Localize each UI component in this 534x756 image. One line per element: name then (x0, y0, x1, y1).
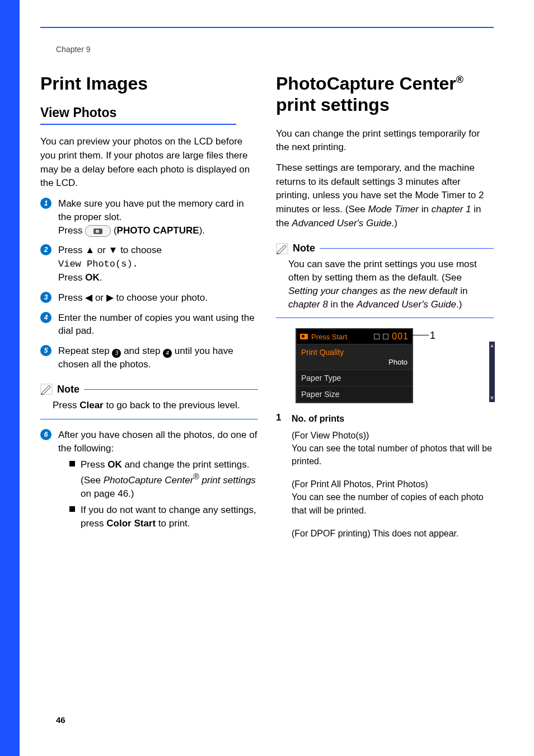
text: You can see the total number of photos t… (292, 442, 494, 468)
intro-paragraph: You can preview your photos on the LCD b… (40, 135, 258, 190)
square-bullet-icon (69, 506, 75, 512)
text: You can see the number of copies of each… (292, 491, 494, 516)
text: to choose (118, 245, 161, 255)
lcd-row-selected: Print Quality Photo (297, 344, 412, 370)
text: Make sure you have put the memory card i… (58, 198, 244, 222)
down-arrow-icon: ▼ (109, 245, 118, 255)
up-arrow-icon: ▲ (85, 245, 95, 255)
side-accent (0, 0, 20, 756)
page-content: Print Images View Photos You can preview… (40, 73, 494, 706)
text: and step (121, 346, 163, 356)
paragraph: These settings are temporary, and the ma… (276, 161, 494, 230)
text: chapter 8 (288, 299, 328, 310)
lcd-row: Paper Size (297, 386, 412, 402)
lcd-scrollbar: ▲ ▼ (489, 342, 495, 402)
step-body: Press ▲ or ▼ to choose View Photo(s). Pr… (58, 244, 258, 284)
text: Press (58, 292, 85, 303)
step-number-icon: 2 (40, 244, 51, 255)
lcd-screen: Press Start 001 Print Quality Photo Pape… (296, 328, 413, 403)
thumb-icon (383, 334, 388, 339)
step-number-icon: 3 (40, 292, 51, 303)
text: to choose your photo. (114, 292, 208, 303)
text: print settings (276, 95, 390, 115)
note-body: Press Clear to go back to the previous l… (40, 399, 258, 412)
paragraph: You can change the print settings tempor… (276, 127, 494, 155)
text: in (419, 204, 432, 214)
text: in (457, 286, 467, 296)
text: Mode Timer (368, 204, 419, 214)
step-number-icon: 5 (40, 345, 51, 356)
bullet-body: If you do not want to change any setting… (81, 503, 258, 530)
lcd-counter: 001 (392, 332, 409, 342)
bullet-body: Press OK and change the print settings. … (81, 458, 258, 500)
text: Repeat step (58, 346, 112, 356)
note-end-rule (40, 419, 258, 419)
color-start-label: Color Start (106, 518, 156, 529)
text: to go back to the previous level. (104, 400, 240, 410)
legend-body: No. of prints (For View Photo(s)) You ca… (292, 412, 494, 540)
legend-number: 1 (276, 412, 286, 540)
step-4: 4 Enter the number of copies you want us… (40, 311, 258, 338)
note-end-rule (276, 318, 494, 318)
page-number: 46 (56, 715, 65, 725)
callout-number: 1 (430, 330, 435, 342)
lcd-row-value: Photo (388, 358, 407, 366)
legend-title: No. of prints (292, 414, 344, 423)
step-6: 6 After you have chosen all the photos, … (40, 428, 258, 534)
square-bullet-icon (69, 461, 75, 466)
step-2: 2 Press ▲ or ▼ to choose View Photo(s). … (40, 244, 258, 284)
right-column: PhotoCapture Center® print settings You … (276, 73, 494, 706)
text: ). (199, 225, 205, 236)
left-column: Print Images View Photos You can preview… (40, 73, 258, 706)
heading-print-images: Print Images (40, 73, 258, 94)
text: Advanced User's Guide (357, 299, 456, 310)
note-rule (84, 389, 258, 390)
heading-view-photos: View Photos (40, 105, 258, 120)
step-5: 5 Repeat step 3 and step 4 until you hav… (40, 344, 258, 371)
text: or (95, 245, 109, 255)
text: .) (391, 218, 397, 228)
lcd-row-label: Print Quality (301, 348, 407, 357)
ref-4-icon: 4 (163, 349, 172, 358)
note-rule (320, 248, 494, 249)
note-header: Note (40, 384, 258, 395)
text: PhotoCapture Center (276, 73, 456, 94)
left-arrow-icon: ◀ (85, 292, 92, 303)
note-icon (40, 384, 53, 395)
down-arrow-icon: ▼ (489, 395, 495, 401)
right-arrow-icon: ▶ (106, 292, 114, 303)
step-1: 1 Make sure you have put the memory card… (40, 197, 258, 237)
text: Press (53, 400, 79, 410)
step-body: Make sure you have put the memory card i… (58, 197, 258, 237)
label: PHOTO CAPTURE (117, 225, 199, 236)
step-number-icon: 4 (40, 312, 51, 323)
text: to print. (156, 518, 190, 529)
up-arrow-icon: ▲ (489, 343, 495, 348)
text: Press (58, 272, 85, 283)
text: (For Print All Photos, Print Photos) (292, 478, 494, 491)
svg-rect-0 (41, 384, 52, 394)
svg-rect-1 (277, 244, 288, 254)
text: Setting your changes as the new default (288, 286, 457, 296)
text: . (100, 272, 102, 283)
text: After you have chosen all the photos, do… (58, 430, 257, 454)
step-number-icon: 1 (40, 198, 51, 209)
photo-capture-key-icon (85, 225, 111, 237)
camera-icon (300, 334, 308, 339)
text: on page 46.) (81, 488, 134, 499)
heading-photocapture-settings: PhotoCapture Center® print settings (276, 73, 494, 116)
top-rule (40, 27, 494, 28)
text: or (92, 292, 106, 303)
step-body: Enter the number of copies you want usin… (58, 311, 258, 338)
lcd-illustration: Press Start 001 Print Quality Photo Pape… (296, 328, 494, 403)
note-header: Note (276, 242, 494, 254)
lcd-title: Press Start (311, 333, 347, 341)
text: Press (81, 459, 107, 470)
step-body: Repeat step 3 and step 4 until you have … (58, 344, 258, 371)
clear-label: Clear (79, 400, 104, 410)
text: You can save the print settings you use … (288, 259, 477, 283)
text: Advanced User's Guide (292, 218, 391, 228)
chapter-label: Chapter 9 (56, 45, 90, 54)
text: Press (58, 245, 85, 255)
step-3: 3 Press ◀ or ▶ to choose your photo. (40, 291, 258, 305)
